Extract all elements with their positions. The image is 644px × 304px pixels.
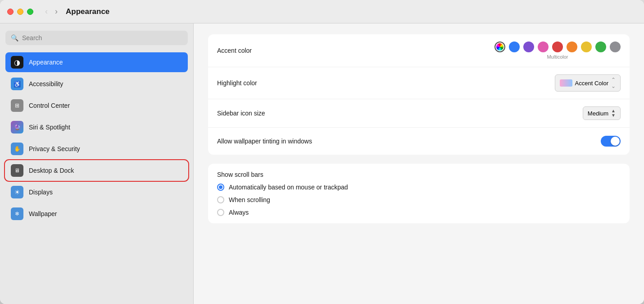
accent-dot-yellow[interactable] bbox=[581, 41, 592, 52]
accent-dot-green[interactable] bbox=[595, 41, 606, 52]
scroll-option-scrolling[interactable]: When scrolling bbox=[217, 196, 621, 203]
highlight-color-value: Accent Color bbox=[575, 80, 608, 87]
back-button[interactable]: ‹ bbox=[42, 5, 50, 18]
scroll-bars-title: Show scroll bars bbox=[217, 171, 621, 178]
sidebar-item-label-accessibility: Accessibility bbox=[29, 80, 63, 88]
wallpaper-tinting-toggle[interactable] bbox=[601, 136, 621, 147]
close-button[interactable] bbox=[7, 9, 14, 15]
sidebar-icon-size-value: Medium bbox=[588, 110, 608, 117]
displays-icon: ☀ bbox=[11, 186, 23, 198]
accent-dot-multicolor[interactable] bbox=[494, 41, 505, 52]
accent-dot-pink[interactable] bbox=[538, 41, 549, 52]
accent-colors-list bbox=[494, 41, 621, 52]
search-icon: 🔍 bbox=[11, 34, 18, 41]
titlebar: ‹ › Appearance bbox=[0, 0, 644, 23]
main-content: Accent color bbox=[194, 23, 644, 304]
search-input[interactable] bbox=[22, 34, 182, 41]
highlight-color-row: Highlight color Accent Color ⌃⌄ bbox=[208, 67, 630, 99]
wallpaper-tinting-label: Allow wallpaper tinting in windows bbox=[217, 138, 312, 145]
content-area: 🔍 ◑ Appearance ♿ Accessibility ⊞ Control… bbox=[0, 23, 644, 304]
desktop-icon: 🖥 bbox=[11, 164, 23, 177]
sidebar-icon-size-row: Sidebar icon size Medium ▲ ▼ bbox=[208, 99, 630, 128]
main-window: ‹ › Appearance 🔍 ◑ Appearance ♿ Accessib… bbox=[0, 0, 644, 304]
privacy-icon: ✋ bbox=[11, 143, 23, 155]
appearance-settings-section: Accent color bbox=[208, 34, 630, 155]
sidebar-item-label-controlcenter: Control Center bbox=[29, 102, 70, 109]
accent-dot-red[interactable] bbox=[552, 41, 563, 52]
accent-dot-graphite[interactable] bbox=[610, 41, 621, 52]
sidebar-item-controlcenter[interactable]: ⊞ Control Center bbox=[5, 96, 188, 115]
sidebar-item-accessibility[interactable]: ♿ Accessibility bbox=[5, 74, 188, 94]
sidebar-item-label-siri: Siri & Spotlight bbox=[29, 124, 70, 131]
siri-icon: 🔮 bbox=[11, 121, 23, 134]
page-title: Appearance bbox=[66, 7, 109, 16]
scroll-option-scrolling-label: When scrolling bbox=[229, 196, 270, 203]
radio-circle-auto bbox=[217, 184, 224, 191]
radio-inner-auto bbox=[219, 185, 222, 189]
sidebar-item-label-wallpaper: Wallpaper bbox=[29, 210, 57, 217]
scroll-option-always[interactable]: Always bbox=[217, 209, 621, 216]
radio-circle-scrolling bbox=[217, 196, 224, 203]
radio-circle-always bbox=[217, 209, 224, 216]
sidebar-item-displays[interactable]: ☀ Displays bbox=[5, 182, 188, 202]
sidebar-icon-size-control[interactable]: Medium ▲ ▼ bbox=[583, 106, 621, 120]
stepper-arrows-icon: ▲ ▼ bbox=[611, 109, 616, 118]
highlight-gradient-preview bbox=[560, 79, 572, 87]
sidebar-item-label-appearance: Appearance bbox=[29, 59, 63, 66]
maximize-button[interactable] bbox=[27, 9, 33, 15]
accent-color-label: Accent color bbox=[217, 47, 252, 54]
sidebar-icon-size-label: Sidebar icon size bbox=[217, 110, 265, 117]
accent-dot-orange[interactable] bbox=[567, 41, 577, 52]
accent-color-control: Multicolor bbox=[494, 41, 621, 60]
nav-buttons: ‹ › bbox=[42, 5, 60, 18]
sidebar-item-wallpaper[interactable]: ❄ Wallpaper bbox=[5, 204, 188, 224]
scroll-bars-section: Show scroll bars Automatically based on … bbox=[208, 164, 630, 223]
highlight-color-control[interactable]: Accent Color ⌃⌄ bbox=[555, 74, 621, 92]
sidebar-item-label-displays: Displays bbox=[29, 189, 53, 196]
highlight-color-label: Highlight color bbox=[217, 79, 257, 87]
traffic-lights bbox=[7, 9, 33, 15]
highlight-color-chevron-icon: ⌃⌄ bbox=[611, 77, 616, 89]
search-bar[interactable]: 🔍 bbox=[5, 31, 188, 45]
appearance-icon: ◑ bbox=[11, 56, 23, 69]
sidebar-item-label-privacy: Privacy & Security bbox=[29, 145, 80, 152]
sidebar: 🔍 ◑ Appearance ♿ Accessibility ⊞ Control… bbox=[0, 23, 194, 304]
wallpaper-tinting-row: Allow wallpaper tinting in windows bbox=[208, 128, 630, 155]
accent-color-row: Accent color bbox=[208, 34, 630, 67]
sidebar-item-desktop[interactable]: 🖥 Desktop & Dock bbox=[5, 161, 188, 180]
sidebar-item-label-desktop: Desktop & Dock bbox=[29, 167, 74, 174]
accent-dot-purple[interactable] bbox=[523, 41, 534, 52]
forward-button[interactable]: › bbox=[52, 5, 60, 18]
controlcenter-icon: ⊞ bbox=[11, 99, 23, 112]
minimize-button[interactable] bbox=[17, 9, 23, 15]
accessibility-icon: ♿ bbox=[11, 78, 23, 90]
wallpaper-icon: ❄ bbox=[11, 207, 23, 220]
scroll-option-auto[interactable]: Automatically based on mouse or trackpad bbox=[217, 184, 621, 191]
accent-selected-label: Multicolor bbox=[547, 54, 568, 60]
accent-dot-blue[interactable] bbox=[509, 41, 520, 52]
sidebar-item-privacy[interactable]: ✋ Privacy & Security bbox=[5, 139, 188, 159]
scroll-option-always-label: Always bbox=[229, 209, 249, 216]
toggle-knob bbox=[611, 137, 620, 146]
sidebar-item-siri[interactable]: 🔮 Siri & Spotlight bbox=[5, 117, 188, 137]
sidebar-item-appearance[interactable]: ◑ Appearance bbox=[5, 52, 188, 72]
scroll-option-auto-label: Automatically based on mouse or trackpad bbox=[229, 184, 348, 191]
